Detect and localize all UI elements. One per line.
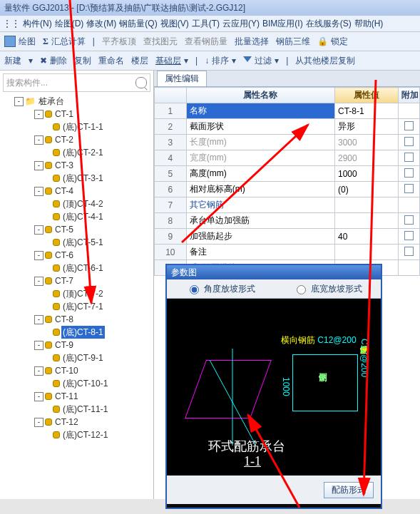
checkbox[interactable] [404, 153, 414, 162]
property-grid[interactable]: 属性名称 属性值 附加 1 名称 CT-8-1 2 截面形状 异形 3 长度(m… [154, 86, 420, 276]
tb-batch[interactable]: 批量选择 [235, 36, 269, 48]
tb-copy[interactable]: 复制 [74, 55, 91, 67]
menu-bim[interactable]: BIM应用(I) [262, 18, 303, 30]
tree-item[interactable]: (底)CT-6-1 [3, 262, 153, 274]
pencil-icon [4, 36, 16, 47]
lock-icon: 🔒 [317, 36, 328, 46]
tb-new[interactable]: 新建 [4, 55, 21, 67]
tb-copyfrom[interactable]: 从其他楼层复制 [295, 55, 355, 67]
caption-main: 环式配筋承台 [208, 438, 285, 455]
param-canvas: 横向钢筋 C12@200 纵向钢筋C12@200 侧面钢筋 1000 环式配筋承… [167, 299, 381, 476]
checkbox[interactable] [404, 247, 414, 256]
tree-item[interactable]: (底)CT-3-1 [3, 172, 153, 185]
menu-edit[interactable]: 修改(M) [86, 18, 116, 30]
table-row[interactable]: 4 宽度(mm) 2900 [155, 150, 420, 166]
tree-group[interactable]: -CT-8 [3, 313, 153, 326]
tree-item[interactable]: (顶)CT-4-2 [3, 197, 153, 210]
table-row[interactable]: 5 高度(mm) 1000 [155, 166, 420, 182]
menu-bar: ⋮⋮ 构件(N) 绘图(D) 修改(M) 钢筋量(Q) 视图(V) 工具(T) … [0, 16, 420, 32]
tab-bar: 属性编辑 [154, 71, 420, 86]
tb-basefloor[interactable]: 基础层 ▾ [155, 55, 188, 67]
menu-file[interactable]: 构件(N) [23, 18, 52, 30]
col-add: 附加 [399, 88, 420, 103]
search-input[interactable]: 搜索构件... [3, 73, 150, 92]
tb-lock[interactable]: 🔒锁定 [317, 36, 348, 48]
tb-3d[interactable]: 钢筋三维 [276, 36, 310, 48]
tb-sort[interactable]: ↓排序 ▾ [205, 55, 236, 67]
table-row[interactable]: 3 长度(mm) 3000 [155, 135, 420, 150]
menu-tool[interactable]: 工具(T) [192, 18, 220, 30]
checkbox[interactable] [404, 215, 414, 225]
tree-item[interactable]: (底)CT-1-1 [3, 120, 153, 133]
checkbox[interactable] [404, 121, 414, 130]
search-icon [135, 77, 147, 88]
tb-filter[interactable]: 过滤 ▾ [243, 55, 279, 67]
tree-item[interactable]: (底)CT-2-1 [3, 146, 153, 159]
table-row[interactable]: 6 相对底标高(m) (0) [155, 182, 420, 197]
tree-group[interactable]: -CT-5 [3, 223, 153, 236]
menu-help[interactable]: 帮助(H) [354, 18, 384, 30]
menu-cloud[interactable]: 云应用(Y) [222, 18, 260, 30]
tree-item[interactable]: (底)CT-8-1 [3, 326, 153, 339]
menu-steel[interactable]: 钢筋量(Q) [119, 18, 157, 30]
tree-group[interactable]: -CT-10 [3, 364, 153, 377]
tree-item[interactable]: (底)CT-10-1 [3, 377, 153, 390]
menu-view[interactable]: 视图(V) [160, 18, 189, 30]
col-value: 属性值 [334, 88, 398, 103]
radio-width[interactable]: 底宽放坡形式 [293, 283, 362, 295]
tree-group[interactable]: -CT-4 [3, 185, 153, 197]
tb-rename[interactable]: 重命名 [98, 55, 124, 67]
tree-group[interactable]: -CT-3 [3, 159, 153, 172]
menu-draw[interactable]: 绘图(D) [55, 18, 84, 30]
tb-find[interactable]: 查找图元 [143, 36, 178, 48]
tb-check[interactable]: 查看钢筋量 [185, 36, 227, 48]
checkbox[interactable] [404, 184, 414, 193]
table-row[interactable]: 2 截面形状 异形 [155, 119, 420, 135]
component-tree[interactable]: -📁 桩承台-CT-1(底)CT-1-1-CT-2(底)CT-2-1-CT-3(… [0, 95, 153, 499]
col-name: 属性名称 [186, 88, 334, 103]
tree-group[interactable]: -CT-7 [3, 274, 153, 287]
param-title: 参数图 [167, 265, 381, 279]
tab-props[interactable]: 属性编辑 [157, 71, 207, 86]
radio-angle[interactable]: 角度放坡形式 [186, 283, 255, 295]
table-row[interactable]: 9 加强筋起步 40 [155, 229, 420, 245]
title-bar: 量软件 GGJ2013 - [D:\预结算及抽筋\广联达抽筋\测试-2.GGJ1… [0, 0, 420, 16]
checkbox[interactable] [404, 168, 414, 178]
toolbar-b: 新建▾ ✖删除 复制 重命名 楼层 基础层 ▾ | ↓排序 ▾ 过滤 ▾ | 从… [0, 51, 420, 71]
table-row[interactable]: 1 名称 CT-8-1 [155, 103, 420, 119]
tree-item[interactable]: (底)CT-12-1 [3, 428, 153, 441]
caption-sub: 1-1 [244, 454, 261, 469]
checkbox[interactable] [404, 231, 414, 240]
tree-item[interactable]: (底)CT-7-1 [3, 300, 153, 313]
tree-group[interactable]: -CT-2 [3, 133, 153, 146]
tb-flat[interactable]: 平齐板顶 [102, 36, 136, 48]
tb-draw[interactable]: 绘图 [4, 36, 36, 48]
tree-item[interactable]: (顶)CT-7-2 [3, 287, 153, 300]
tree-group[interactable]: -CT-12 [3, 416, 153, 428]
tb-del[interactable]: ✖删除 [40, 55, 67, 67]
checkbox[interactable] [404, 137, 414, 146]
tb-floor[interactable]: 楼层 [131, 55, 148, 67]
tree-item[interactable]: (底)CT-4-1 [3, 210, 153, 223]
btn-steel-form[interactable]: 配筋形式 [324, 482, 374, 498]
tree-group[interactable]: -CT-11 [3, 390, 153, 403]
toolbar-a: 绘图 Σ汇总计算 | 平齐板顶 查找图元 查看钢筋量 批量选择 钢筋三维 🔒锁定 [0, 32, 420, 51]
menu-online[interactable]: 在线服务(S) [306, 18, 352, 30]
funnel-icon [243, 56, 252, 65]
tree-group[interactable]: -CT-1 [3, 108, 153, 120]
tree-group[interactable]: -CT-6 [3, 249, 153, 262]
tree-item[interactable]: (底)CT-5-1 [3, 236, 153, 249]
tree-item[interactable]: (底)CT-11-1 [3, 403, 153, 416]
table-row[interactable]: 8 承台单边加强筋 [155, 213, 420, 229]
table-row[interactable]: 10 备注 [155, 245, 420, 260]
table-row[interactable]: 7 其它钢筋 [155, 197, 420, 213]
param-dialog[interactable]: 参数图 角度放坡形式 底宽放坡形式 横向钢筋 C12@200 纵向钢筋C12@2… [165, 264, 382, 509]
component-tree-panel: 搜索构件... -📁 桩承台-CT-1(底)CT-1-1-CT-2(底)CT-2… [0, 71, 154, 499]
tree-item[interactable]: (底)CT-9-1 [3, 351, 153, 364]
tb-sigma[interactable]: Σ汇总计算 [43, 36, 86, 48]
tree-group[interactable]: -CT-9 [3, 339, 153, 351]
